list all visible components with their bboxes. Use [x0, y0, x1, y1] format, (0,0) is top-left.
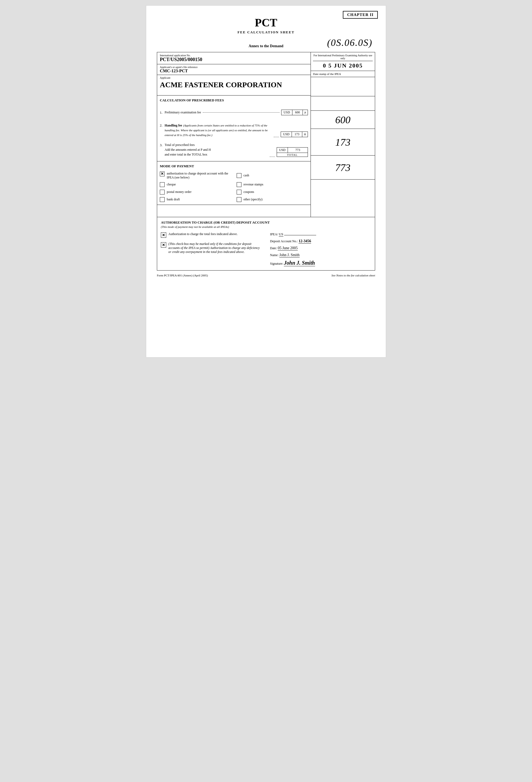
checkbox-cash[interactable]	[237, 173, 242, 178]
payment-other-label: other (specify):	[244, 198, 263, 202]
auth-field-sig-label: Signature:	[270, 262, 283, 265]
payment-cash-label: cash	[244, 173, 249, 177]
form-title: PCT	[157, 16, 375, 29]
auth-item1-text: Authorization to charge the total fees i…	[168, 232, 238, 236]
fee-2-hw: 173	[335, 136, 351, 148]
auth-title: AUTHORIZATION TO CHARGE (OR CREDIT) DEPO…	[161, 220, 371, 225]
handwritten-date: (0S.06.0S)	[327, 37, 373, 48]
date-stamp-label: Date stamp of the IPEA	[311, 71, 375, 77]
auth-field-date-label: Date:	[270, 246, 277, 250]
checkbox-revenue[interactable]	[237, 182, 242, 187]
file-ref-value: CMC-123-PCT	[160, 69, 188, 73]
fee-3-amount: 773	[288, 147, 308, 153]
fee-3-total-label: TOTAL	[277, 153, 308, 156]
auth-field-name-value: John J. Smith	[279, 253, 299, 257]
auth-field-deposit-value: 12-3456	[298, 239, 311, 244]
checkbox-coupons[interactable]	[237, 190, 242, 194]
fee-3-desc: Total of prescribed fees Add the amounts…	[165, 142, 268, 157]
auth-field-name-label: Name:	[270, 253, 279, 257]
intl-app-label: International application No.	[160, 54, 308, 57]
payment-postal-label: postal money order	[167, 190, 191, 194]
form-subtitle: FEE CALCULATION SHEET	[157, 30, 375, 34]
fee-1-amount: 600	[292, 110, 303, 115]
fee-2-amount: 173	[292, 132, 302, 137]
checkbox-bankdraft[interactable]	[160, 197, 165, 202]
calc-title: CALCULATION OF PRESCRIBED FEES	[160, 98, 308, 102]
fee-2-num: 2.	[160, 123, 165, 128]
fee-1-desc: Preliminary examination fee	[165, 110, 201, 114]
payment-bankdraft-label: bank draft	[167, 198, 180, 202]
footer-right: See Notes to the fee calculation sheet	[331, 274, 375, 277]
intl-app-value: PCT/US2005/000150	[160, 57, 202, 62]
auth-subtitle: (This mode of payment may not be availab…	[161, 225, 371, 228]
checkbox-auth1[interactable]: ✕	[161, 233, 166, 238]
fee-3-num: 3.	[160, 143, 165, 147]
checkbox-postal[interactable]	[160, 190, 165, 194]
fee-1-code: P	[303, 110, 308, 115]
payment-coupons-label: coupons	[244, 190, 254, 194]
file-ref-label: Applicant's or agent's file reference	[160, 66, 308, 69]
fee-2-code: H	[302, 132, 308, 136]
annex-label: Annex to the Demand	[230, 44, 303, 48]
footer-left: Form PCT/IPEA/401 (Annex) (April 2005)	[157, 274, 208, 277]
fee-2-currency: USD	[281, 132, 292, 137]
ipea-label: For International Preliminary Examining …	[313, 54, 373, 61]
fee-1-currency: USD	[281, 110, 292, 115]
checkbox-auth2[interactable]: ✕	[161, 242, 166, 248]
fee-2-desc-main: Handling fee	[165, 123, 182, 127]
auth-field-ipea-value: US	[279, 232, 283, 237]
fee-3-hw: 773	[335, 162, 351, 173]
fee-1-num: 1.	[160, 110, 165, 115]
fee-1-hw: 600	[335, 114, 351, 126]
auth-field-deposit-label: Deposit Account No.:	[270, 239, 298, 243]
checkbox-deposit[interactable]: ✕	[160, 172, 165, 176]
payment-deposit-label: authorization to charge deposit account …	[167, 172, 231, 180]
auth-field-ipea-label: IPEA/	[270, 233, 278, 236]
auth-field-sig-value: John J. Smith	[284, 260, 315, 266]
applicant-label: Applicant	[160, 76, 308, 79]
chapter-label: CHAPTER II	[343, 11, 378, 19]
payment-revenue-label: revenue stamps	[244, 182, 263, 186]
applicant-value: ACME FASTENER CORPORATION	[160, 80, 308, 90]
checkbox-cheque[interactable]	[160, 182, 165, 187]
auth-field-date-value: 05 June 2005	[278, 246, 298, 251]
page: CHAPTER II PCT FEE CALCULATION SHEET Ann…	[146, 5, 386, 357]
fee-3-currency: USD	[277, 147, 288, 153]
payment-cheque-label: cheque	[167, 182, 176, 186]
mode-title: MODE OF PAYMENT	[160, 164, 308, 168]
ipea-date: 0 5 JUN 2005	[313, 62, 373, 69]
auth-item2-text: (This check-box may be marked only if th…	[168, 242, 262, 254]
checkbox-other[interactable]	[237, 197, 242, 202]
